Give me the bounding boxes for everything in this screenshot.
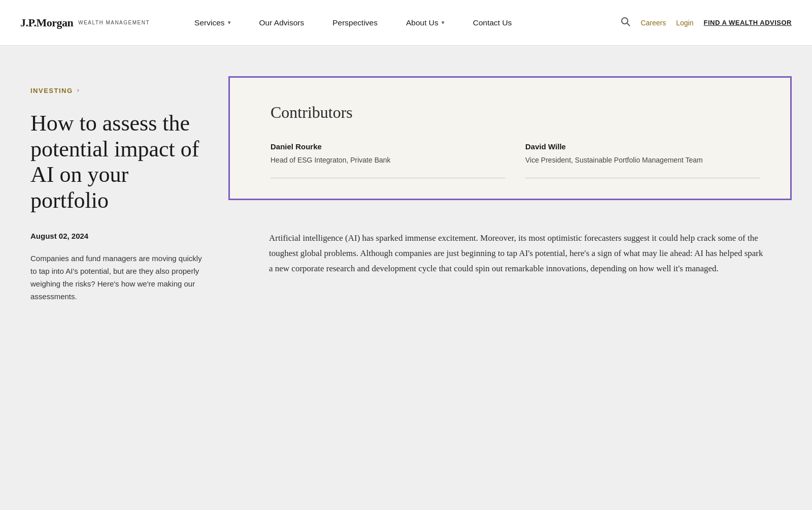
contributor-1-title: Head of ESG Integraton, Private Bank — [270, 155, 505, 166]
chevron-right-icon: › — [77, 86, 80, 94]
contributor-2: David Wille Vice President, Sustainable … — [525, 142, 760, 178]
nav-contact-us[interactable]: Contact Us — [459, 0, 526, 46]
contributor-2-name: David Wille — [525, 142, 760, 151]
contributor-2-divider — [525, 178, 760, 178]
search-icon[interactable] — [620, 16, 630, 29]
logo-link[interactable]: J.P.Morgan WEALTH MANAGEMENT — [20, 16, 150, 29]
article-body-area: Contributors Daniel Rourke Head of ESG I… — [228, 46, 812, 510]
contributor-1: Daniel Rourke Head of ESG Integraton, Pr… — [270, 142, 505, 178]
svg-line-1 — [627, 23, 630, 26]
contributors-grid: Daniel Rourke Head of ESG Integraton, Pr… — [270, 142, 760, 178]
contributor-1-name: Daniel Rourke — [270, 142, 505, 151]
find-advisor-link[interactable]: FIND A WEALTH ADVISOR — [704, 19, 792, 26]
svg-point-0 — [622, 18, 628, 24]
category-label[interactable]: INVESTING › — [30, 86, 203, 94]
contributor-1-divider — [270, 178, 505, 178]
main-content: INVESTING › How to assess the potential … — [0, 46, 812, 510]
article-sidebar: INVESTING › How to assess the potential … — [0, 46, 228, 510]
chevron-down-icon: ▾ — [228, 19, 231, 26]
nav-about-us[interactable]: About Us ▾ — [392, 0, 459, 46]
nav-perspectives[interactable]: Perspectives — [318, 0, 392, 46]
contributors-heading: Contributors — [270, 103, 760, 122]
article-title: How to assess the potential impact of AI… — [30, 111, 203, 213]
body-paragraph-1: Artificial intelligence (AI) has sparked… — [269, 231, 766, 276]
login-link[interactable]: Login — [676, 19, 693, 27]
nav-services[interactable]: Services ▾ — [180, 0, 245, 46]
careers-link[interactable]: Careers — [640, 19, 666, 27]
contributors-card: Contributors Daniel Rourke Head of ESG I… — [228, 76, 792, 200]
chevron-down-icon: ▾ — [442, 19, 445, 26]
brand-name: J.P.Morgan — [20, 16, 73, 29]
nav-links: Services ▾ Our Advisors Perspectives Abo… — [180, 0, 620, 46]
nav-right-actions: Careers Login FIND A WEALTH ADVISOR — [620, 16, 792, 29]
brand-sub: WEALTH MANAGEMENT — [78, 20, 150, 26]
nav-our-advisors[interactable]: Our Advisors — [245, 0, 319, 46]
main-navigation: J.P.Morgan WEALTH MANAGEMENT Services ▾ … — [0, 0, 812, 46]
article-summary: Companies and fund managers are moving q… — [30, 252, 203, 303]
article-date: August 02, 2024 — [30, 232, 203, 240]
category-text: INVESTING — [30, 87, 73, 94]
article-body-text: Artificial intelligence (AI) has sparked… — [228, 231, 787, 296]
contributor-2-title: Vice President, Sustainable Portfolio Ma… — [525, 155, 760, 166]
